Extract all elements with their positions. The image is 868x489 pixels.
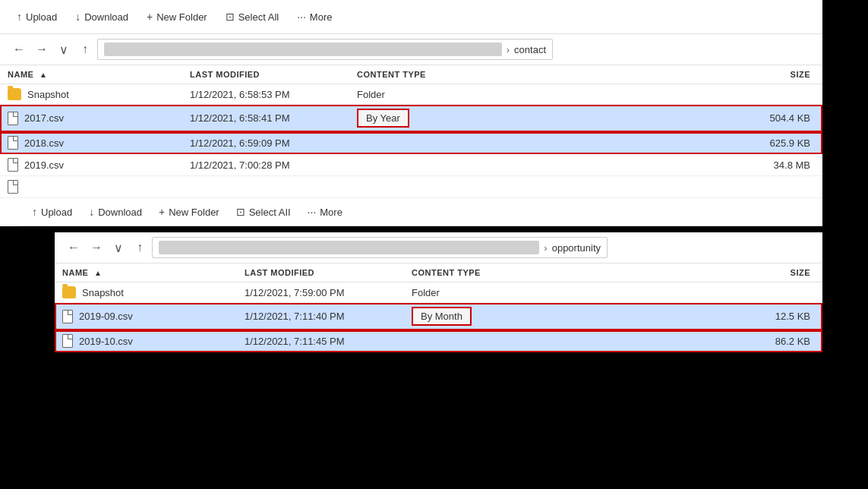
cell-name: 2018.csv: [8, 136, 175, 150]
path-box-2[interactable]: › opportunity: [152, 237, 608, 258]
new-folder-icon: +: [147, 11, 153, 23]
inline-more-icon: ···: [308, 206, 317, 218]
back-button-2[interactable]: ←: [64, 238, 84, 257]
inline-download-icon: ↓: [89, 206, 94, 218]
path-main-1: [104, 43, 502, 56]
table-row[interactable]: 2019.csv 1/12/2021, 7:00:28 PM 34.8 MB: [0, 154, 822, 176]
nav-bar-1: ← → ∨ ↑ › contact: [0, 34, 822, 65]
file-icon: [62, 310, 73, 323]
sort-icon: ▲: [39, 71, 47, 79]
path-arrow-2: ›: [544, 242, 547, 254]
toolbar-1: ↑ Upload ↓ Download + New Folder ⊡ Selec…: [0, 0, 822, 34]
inline-download-label: Download: [98, 207, 142, 218]
inline-download-button[interactable]: ↓ Download: [81, 201, 150, 222]
folder-icon: [62, 286, 76, 298]
cell-name: Snapshot: [8, 88, 175, 100]
nav-bar-2: ← → ∨ ↑ › opportunity: [55, 232, 822, 263]
more-button[interactable]: ··· More: [289, 6, 339, 27]
col-modified-header: LAST MODIFIED: [182, 65, 349, 84]
inline-more-button[interactable]: ··· More: [300, 201, 350, 222]
table-row[interactable]: 2018.csv 1/12/2021, 6:59:09 PM 625.9 KB: [0, 132, 822, 154]
by-year-label: By Year: [357, 109, 409, 128]
file-icon: [8, 112, 18, 125]
cell-name: 2017.csv: [8, 112, 175, 125]
col-size-header: SIZE: [746, 65, 822, 84]
panel-1: ↑ Upload ↓ Download + New Folder ⊡ Selec…: [0, 0, 822, 226]
inline-new-folder-icon: +: [159, 206, 165, 218]
path-location-1: contact: [514, 44, 546, 55]
col-type-header-2: CONTENT TYPE: [404, 263, 746, 282]
download-label: Download: [84, 11, 128, 23]
select-all-icon: ⊡: [226, 11, 235, 23]
file-table-2-body: Snapshot 1/12/2021, 7:59:00 PM Folder 20…: [55, 282, 822, 352]
cell-name: 2019-10.csv: [62, 334, 229, 348]
path-box-1[interactable]: › contact: [97, 39, 553, 60]
download-button[interactable]: ↓ Download: [68, 6, 136, 27]
cell-name: 2019-09.csv: [62, 310, 229, 323]
path-main-2: [159, 241, 539, 254]
inline-select-all-button[interactable]: ⊡ Select AII: [229, 201, 298, 222]
path-arrow-1: ›: [507, 44, 510, 55]
download-icon: ↓: [75, 11, 80, 23]
file-icon: [8, 180, 18, 194]
more-icon: ···: [297, 11, 306, 23]
table-row[interactable]: 2017.csv 1/12/2021, 6:58:41 PM By Year 5…: [0, 105, 822, 132]
col-name-header-2: NAME ▲: [55, 263, 237, 282]
table-row[interactable]: [0, 176, 822, 198]
upload-label: Upload: [26, 11, 57, 23]
back-button[interactable]: ←: [9, 40, 29, 58]
file-table-2: NAME ▲ LAST MODIFIED CONTENT TYPE SIZE S…: [55, 263, 822, 352]
col-size-header-2: SIZE: [746, 263, 822, 282]
file-table-1-body: Snapshot 1/12/2021, 6:58:53 PM Folder 20…: [0, 84, 822, 198]
forward-button[interactable]: →: [32, 40, 52, 58]
inline-toolbar-1: ↑ Upload ↓ Download + New Folder ⊡ Selec…: [18, 198, 822, 226]
inline-new-folder-button[interactable]: + New Folder: [151, 201, 227, 222]
file-icon: [8, 158, 18, 172]
col-type-header: CONTENT TYPE: [349, 65, 746, 84]
col-modified-header-2: LAST MODIFIED: [237, 263, 404, 282]
table-row[interactable]: Snapshot 1/12/2021, 7:59:00 PM Folder: [55, 282, 822, 303]
folder-icon: [8, 88, 21, 100]
table-row[interactable]: 2019-10.csv 1/12/2021, 7:11:45 PM 86.2 K…: [55, 330, 822, 352]
panel-2: ← → ∨ ↑ › opportunity NAME ▲ LAST MODIFI…: [55, 232, 822, 352]
table-row[interactable]: Snapshot 1/12/2021, 6:58:53 PM Folder: [0, 84, 822, 105]
up-nav-button-2[interactable]: ↑: [131, 238, 149, 257]
by-month-label: By Month: [412, 307, 472, 326]
up-nav-button[interactable]: ↑: [76, 40, 94, 58]
inline-select-all-label: Select AII: [249, 207, 291, 218]
inline-new-folder-label: New Folder: [169, 207, 219, 218]
table-row[interactable]: 2019-09.csv 1/12/2021, 7:11:40 PM By Mon…: [55, 303, 822, 330]
inline-upload-button[interactable]: ↑ Upload: [24, 201, 80, 222]
down-button-2[interactable]: ∨: [109, 238, 128, 257]
sort-icon-2: ▲: [94, 269, 102, 277]
select-all-label: Select All: [238, 11, 279, 23]
down-button[interactable]: ∨: [55, 40, 73, 59]
file-table-1-header: NAME ▲ LAST MODIFIED CONTENT TYPE SIZE: [0, 65, 822, 84]
cell-name: Snapshot: [62, 286, 229, 298]
new-folder-label: New Folder: [156, 11, 207, 23]
cell-name: [8, 180, 175, 194]
upload-icon: ↑: [17, 11, 22, 23]
col-name-header: NAME ▲: [0, 65, 182, 84]
file-icon: [62, 334, 73, 348]
inline-upload-icon: ↑: [32, 206, 37, 218]
forward-button-2[interactable]: →: [87, 238, 106, 257]
file-table-1: NAME ▲ LAST MODIFIED CONTENT TYPE SIZE S…: [0, 65, 822, 198]
path-location-2: opportunity: [552, 242, 601, 254]
inline-more-label: More: [320, 207, 342, 218]
inline-upload-label: Upload: [41, 207, 72, 218]
file-icon: [8, 136, 18, 150]
cell-name: 2019.csv: [8, 158, 175, 172]
inline-select-all-icon: ⊡: [236, 206, 245, 218]
more-label: More: [310, 11, 333, 23]
upload-button[interactable]: ↑ Upload: [9, 6, 65, 27]
file-table-2-header: NAME ▲ LAST MODIFIED CONTENT TYPE SIZE: [55, 263, 822, 282]
new-folder-button[interactable]: + New Folder: [139, 6, 215, 27]
select-all-button[interactable]: ⊡ Select All: [218, 6, 286, 27]
